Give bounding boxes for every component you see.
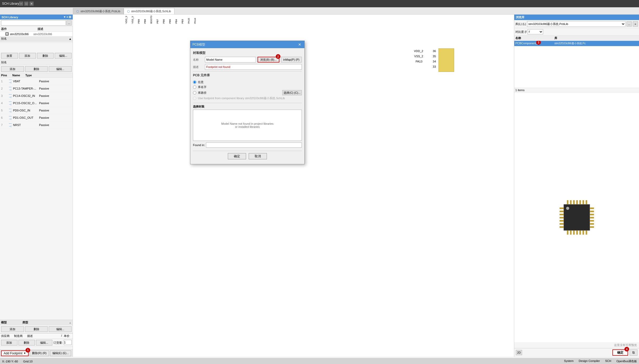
alias-expand-icon: ▲ bbox=[69, 37, 72, 40]
pin-num: 5 bbox=[1, 109, 9, 112]
step1-badge: 1 bbox=[26, 348, 30, 353]
pin-num: 1 bbox=[1, 80, 9, 83]
pin-r2 bbox=[590, 211, 594, 212]
model-col-type: 类型 bbox=[22, 321, 28, 324]
filter-select[interactable]: f bbox=[528, 29, 543, 34]
pins-section: Pins Name Type 1 —⊣ VBAT Passive 2 —⊣ PC… bbox=[0, 73, 73, 320]
pin-l3 bbox=[560, 214, 564, 215]
inmap-btn[interactable]: inMap(P) (P) bbox=[281, 57, 302, 62]
search-more-btn[interactable]: ... bbox=[66, 20, 72, 26]
browser-list: PCBComponent_1 stm32f103c8t6最小系统.Pc 3 bbox=[514, 41, 639, 88]
add-btn-1[interactable]: 添加 bbox=[19, 53, 36, 59]
delete-btn-2[interactable]: 删除 bbox=[25, 66, 48, 72]
dlg-cancel-btn[interactable]: 取消 bbox=[249, 153, 267, 159]
supplier-delete-btn[interactable]: 删除 bbox=[18, 340, 35, 346]
status-right: System Design Compiler SCH OpenBus调色板 bbox=[564, 359, 637, 363]
name-label: 名称 bbox=[193, 58, 203, 62]
delete-btn-1[interactable]: 删除 bbox=[37, 53, 54, 59]
add-btn-2[interactable]: 添加 bbox=[1, 66, 24, 72]
pin-row[interactable]: 6 —⊣ PD1-OSC_OUT Passive bbox=[0, 114, 73, 121]
maximize-btn[interactable]: □ bbox=[24, 2, 28, 6]
model-add-btn[interactable]: 添加 bbox=[1, 326, 24, 332]
pin-num: 3 bbox=[1, 94, 9, 97]
browser-2d-btn[interactable]: 2D bbox=[516, 350, 522, 355]
add-footprint-btn[interactable]: Add Footprint ▼ bbox=[1, 350, 29, 356]
pin-row[interactable]: 2 —⊣ PC13-TAMPER-... Passive bbox=[0, 85, 73, 92]
pin-type: Passive bbox=[39, 123, 72, 127]
lib-select[interactable]: stm32f103c8t6最小系统.PcbLib bbox=[527, 21, 625, 27]
browser-toolbar: 库(L) (L) stm32f103c8t6最小系统.PcbLib ... » bbox=[514, 20, 639, 28]
component-row-stm32[interactable]: 🔲 stm32f103c8t6 stm32f103c8t6 bbox=[0, 32, 73, 36]
found-in-input[interactable] bbox=[206, 142, 302, 148]
browser-ok-wrapper: 确定 4 bbox=[612, 349, 628, 356]
pin-t7 bbox=[586, 200, 587, 204]
dlg-ok-btn[interactable]: 确定 bbox=[228, 153, 246, 159]
browser-cancel-btn[interactable]: 取 bbox=[630, 349, 637, 356]
delete-footprint-btn[interactable]: 删除(R) (R) bbox=[30, 350, 49, 356]
pin-connector-icon: —⊣ bbox=[9, 107, 13, 114]
pin-row[interactable]: 7 —⊣ NRST Passive bbox=[0, 121, 73, 129]
model-delete-btn[interactable]: 删除 bbox=[25, 326, 48, 332]
radio-any-label: 任意 bbox=[198, 80, 204, 84]
title-bar: SCH Library ─ □ ✕ bbox=[0, 0, 639, 7]
pin-l7 bbox=[560, 226, 564, 228]
encap-model-title: 封装模型 bbox=[193, 51, 302, 55]
lib-expand-btn[interactable]: » bbox=[633, 21, 638, 27]
pin-row[interactable]: 5 —⊣ PD0-OSC_IN Passive bbox=[0, 107, 73, 114]
qty-label: 订货量: bbox=[53, 341, 63, 345]
qty-input[interactable] bbox=[64, 340, 72, 345]
search-input[interactable] bbox=[1, 20, 66, 26]
radio-libname[interactable] bbox=[193, 85, 196, 89]
bottom-toolbar: Add Footprint ▼ 1 删除(R) (R) 编辑(E) (E)... bbox=[0, 349, 73, 357]
minimize-btn[interactable]: ─ bbox=[19, 2, 23, 6]
edit-btn-2[interactable]: 编辑... bbox=[49, 66, 72, 72]
browse-btn-wrapper: 浏览(B) (B)... 2 bbox=[258, 57, 279, 62]
radio-libpath[interactable] bbox=[193, 91, 196, 95]
component-desc: stm32f103c8t6 bbox=[33, 33, 72, 36]
tab-schlib[interactable]: ⬡ stm32f103c8t6最小系统.SchLib bbox=[124, 8, 174, 14]
pin-num: 4 bbox=[1, 102, 9, 105]
coords: X:-190 Y:-60 bbox=[2, 360, 18, 363]
pin-row[interactable]: 1 —⊣ VBAT Passive bbox=[0, 78, 73, 85]
step4-badge: 4 bbox=[624, 347, 629, 352]
status-bar: X:-190 Y:-60 Grid:10 System Design Compi… bbox=[0, 358, 639, 364]
pin-r6 bbox=[590, 223, 594, 225]
model-edit-btn[interactable]: 编辑... bbox=[49, 326, 72, 332]
browser-list-item-1[interactable]: PCBComponent_1 stm32f103c8t6最小系统.Pc 3 bbox=[514, 41, 639, 46]
edit-footprint-btn[interactable]: 编辑(E) (E)... bbox=[50, 350, 71, 356]
pin-row[interactable]: 3 —⊣ PC14-OSC32_IN Passive bbox=[0, 92, 73, 99]
supplier-add-btn[interactable]: 添加 bbox=[1, 340, 17, 346]
tab-pcblib[interactable]: ⬡ stm32f103c8t6最小系统.PcbLib bbox=[73, 8, 124, 14]
close-btn[interactable]: ✕ bbox=[29, 2, 34, 6]
pin-t5 bbox=[579, 200, 581, 204]
grid: Grid:10 bbox=[23, 360, 33, 363]
found-in-row: Found in: bbox=[193, 142, 302, 148]
pin-row[interactable]: 4 —⊣ PC15-OSC32_O... Passive bbox=[0, 99, 73, 107]
pcb-lib-title: PCB 元件库 bbox=[193, 73, 302, 78]
lib-dots-btn[interactable]: ... bbox=[627, 21, 632, 27]
edit-btn-1[interactable]: 编辑... bbox=[55, 53, 72, 59]
pins-col-type: Type bbox=[25, 74, 32, 77]
tab-bar: ⬡ stm32f103c8t6最小系统.PcbLib ⬡ stm32f103c8… bbox=[0, 7, 639, 15]
browser-col-name: 名称 bbox=[515, 36, 554, 40]
pin-r3 bbox=[590, 214, 594, 215]
radio-any[interactable] bbox=[193, 80, 196, 84]
supplier-edit-btn[interactable]: 编辑... bbox=[36, 340, 52, 346]
panel-title-controls: ▼ × ⊞ bbox=[63, 15, 71, 19]
pin-type: Passive bbox=[39, 94, 72, 97]
model-name-input[interactable] bbox=[205, 57, 256, 62]
supplier-col-headers: 供应商 制造商 描述 / 单价 bbox=[0, 334, 73, 339]
desc-input[interactable] bbox=[205, 64, 302, 70]
pin-t1 bbox=[567, 200, 568, 204]
col-component-header: 器件 bbox=[1, 27, 27, 31]
system-label: System bbox=[564, 359, 574, 363]
radio-libname-label: 库名字 bbox=[198, 85, 206, 89]
place-btn[interactable]: 放置 bbox=[1, 53, 18, 59]
dialog-title-text: PCB模型 bbox=[192, 42, 205, 47]
pcb-model-dialog: PCB模型 ✕ 封装模型 名称 浏览(B) (B)... 2 bbox=[190, 41, 305, 164]
dialog-title-bar: PCB模型 ✕ bbox=[190, 41, 304, 48]
lib-path-select-btn[interactable]: 选择(C) (C)... bbox=[282, 90, 302, 95]
supplier-col3: 描述 bbox=[27, 334, 61, 338]
dialog-close-btn[interactable]: ✕ bbox=[297, 42, 302, 47]
pins-col-name: Name bbox=[12, 74, 20, 77]
